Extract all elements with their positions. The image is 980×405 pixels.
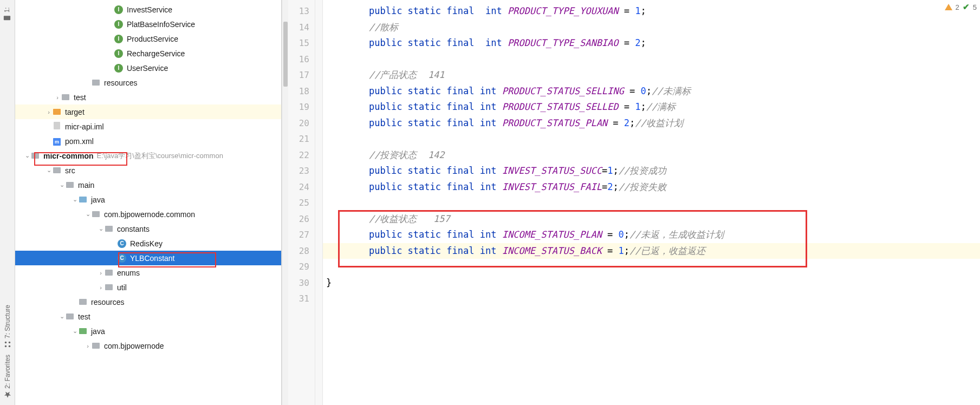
tree-row-constants[interactable]: ⌄constants	[15, 221, 281, 236]
tree-row-platbaseinfoservice[interactable]: IPlatBaseInfoService	[15, 17, 281, 31]
code-line-13[interactable]: public static final int PRODUCT_TYPE_YOU…	[323, 3, 980, 19]
tree-row-pom-xml[interactable]: pom.xml	[15, 134, 281, 148]
expand-arrow-icon[interactable]: ⌄	[72, 196, 78, 203]
tree-row-rediskey[interactable]: CRedisKey	[15, 236, 281, 251]
code-line-16[interactable]	[323, 51, 980, 68]
line-number[interactable]: 17	[288, 67, 315, 83]
tree-row-src[interactable]: ⌄src	[15, 163, 281, 178]
expand-arrow-icon[interactable]: ⌄	[59, 181, 65, 188]
tree-item-label: RechargeService	[127, 49, 185, 58]
line-number[interactable]: 19	[288, 99, 315, 115]
number-literal: 1	[619, 245, 624, 256]
inline-comment: //满标	[646, 101, 676, 112]
code-line-21[interactable]	[323, 131, 980, 147]
line-number[interactable]: 26	[288, 211, 315, 227]
field-name: INVEST_STATUS_FAIL	[502, 181, 602, 192]
line-number[interactable]: 16	[288, 51, 315, 68]
tree-item-hint: E:\java学习\盈利宝\course\micr-common	[97, 151, 223, 161]
tree-row-java[interactable]: ⌄java	[15, 192, 281, 207]
line-number[interactable]: 13	[288, 3, 315, 19]
code-line-14[interactable]: //散标	[323, 19, 980, 36]
expand-arrow-icon[interactable]: ⌄	[24, 152, 30, 159]
expand-arrow-icon[interactable]: ⌄	[46, 167, 52, 174]
tree-row-resources[interactable]: resources	[15, 75, 281, 90]
project-tool-button[interactable]: 1: 项	[3, 5, 12, 22]
line-number[interactable]: 31	[288, 291, 315, 307]
favorites-tool-button[interactable]: 2: Favorites	[4, 355, 11, 399]
tree-item-label: com.bjpowernode.common	[104, 210, 195, 219]
code-line-24[interactable]: public static final int INVEST_STATUS_FA…	[323, 179, 980, 195]
code-line-27[interactable]: public static final int INCOME_STATUS_PL…	[323, 227, 980, 243]
fold-gutter[interactable]	[315, 0, 323, 405]
code-line-17[interactable]: //产品状态 141	[323, 67, 980, 83]
structure-tool-button[interactable]: 7: Structure	[4, 305, 11, 348]
project-tree[interactable]: IInvestServiceIPlatBaseInfoServiceIProdu…	[15, 0, 281, 353]
expand-arrow-icon[interactable]: ›	[98, 284, 104, 291]
expand-arrow-icon[interactable]: ⌄	[98, 225, 104, 232]
code-line-26[interactable]: //收益状态 157	[323, 211, 980, 227]
inline-comment: //收益计划	[635, 117, 683, 128]
code-line-18[interactable]: public static final int PRODUCT_STATUS_S…	[323, 83, 980, 100]
tree-item-label: YLBConstant	[130, 254, 175, 263]
expand-arrow-icon[interactable]: ⌄	[59, 313, 65, 320]
tree-item-label: com.bjpowernode	[104, 342, 164, 350]
expand-arrow-icon[interactable]: ⌄	[72, 328, 78, 335]
tree-row-micr-common[interactable]: ⌄micr-commonE:\java学习\盈利宝\course\micr-co…	[15, 148, 281, 163]
tree-row-enums[interactable]: ›enums	[15, 265, 281, 280]
code-line-28[interactable]: public static final int INCOME_STATUS_BA…	[323, 243, 980, 259]
comment-text: //散标	[347, 22, 398, 32]
code-line-29[interactable]	[323, 259, 980, 275]
tree-row-micr-api-iml[interactable]: micr-api.iml	[15, 119, 281, 134]
tree-row-com-bjpowernode[interactable]: ›com.bjpowernode	[15, 338, 281, 353]
inline-comment: //投资成功	[619, 165, 666, 176]
code-line-19[interactable]: public static final int PRODUCT_STATUS_S…	[323, 99, 980, 115]
line-number[interactable]: 23	[288, 163, 315, 179]
tree-row-ylbconstant[interactable]: CYLBConstant	[15, 251, 281, 265]
expand-arrow-icon[interactable]: ⌄	[85, 211, 91, 218]
line-number[interactable]: 28	[288, 243, 315, 259]
line-number[interactable]: 20	[288, 115, 315, 132]
line-number[interactable]: 21	[288, 131, 315, 147]
line-number[interactable]: 30	[288, 275, 315, 291]
code-line-25[interactable]	[323, 195, 980, 211]
expand-arrow-icon[interactable]: ›	[98, 270, 104, 276]
line-number[interactable]: 15	[288, 35, 315, 51]
expand-arrow-icon[interactable]: ›	[46, 109, 52, 115]
tree-row-test[interactable]: ⌄test	[15, 309, 281, 324]
line-number[interactable]: 14	[288, 19, 315, 36]
tree-item-label: util	[117, 283, 127, 292]
field-name: INVEST_STATUS_SUCC	[502, 165, 602, 176]
tree-item-label: micr-api.iml	[65, 122, 104, 131]
line-number-gutter[interactable]: 13141516171819202122232425262728293031	[288, 0, 315, 405]
tree-row-userservice[interactable]: IUserService	[15, 61, 281, 75]
tree-row-resources[interactable]: resources	[15, 295, 281, 309]
code-line-30[interactable]: }	[323, 275, 980, 291]
file-icon	[52, 122, 62, 132]
line-number[interactable]: 29	[288, 259, 315, 275]
line-number[interactable]: 27	[288, 227, 315, 243]
code-line-31[interactable]	[323, 291, 980, 307]
project-scrollbar[interactable]	[282, 0, 288, 405]
code-line-20[interactable]: public static final int PRODUCT_STATUS_P…	[323, 115, 980, 132]
tree-row-com-bjpowernode-common[interactable]: ⌄com.bjpowernode.common	[15, 207, 281, 221]
expand-arrow-icon[interactable]: ›	[54, 94, 61, 101]
line-number[interactable]: 22	[288, 147, 315, 164]
tree-row-util[interactable]: ›util	[15, 280, 281, 295]
tree-row-main[interactable]: ⌄main	[15, 178, 281, 192]
line-number[interactable]: 25	[288, 195, 315, 211]
code-line-22[interactable]: //投资状态 142	[323, 147, 980, 164]
scrollbar-thumb[interactable]	[283, 22, 288, 87]
tree-row-productservice[interactable]: IProductService	[15, 31, 281, 46]
code-area[interactable]: public static final int PRODUCT_TYPE_YOU…	[323, 0, 980, 405]
tree-row-test[interactable]: ›test	[15, 90, 281, 104]
tree-row-java[interactable]: ⌄java	[15, 324, 281, 338]
code-line-15[interactable]: public static final int PRODUCT_TYPE_SAN…	[323, 35, 980, 51]
line-number[interactable]: 18	[288, 83, 315, 100]
tree-row-rechargeservice[interactable]: IRechargeService	[15, 46, 281, 61]
inspection-status[interactable]: 2 ✔ 5	[945, 2, 977, 12]
tree-row-target[interactable]: ›target	[15, 104, 281, 119]
line-number[interactable]: 24	[288, 179, 315, 195]
expand-arrow-icon[interactable]: ›	[85, 343, 91, 349]
code-line-23[interactable]: public static final int INVEST_STATUS_SU…	[323, 163, 980, 179]
tree-row-investservice[interactable]: IInvestService	[15, 2, 281, 17]
